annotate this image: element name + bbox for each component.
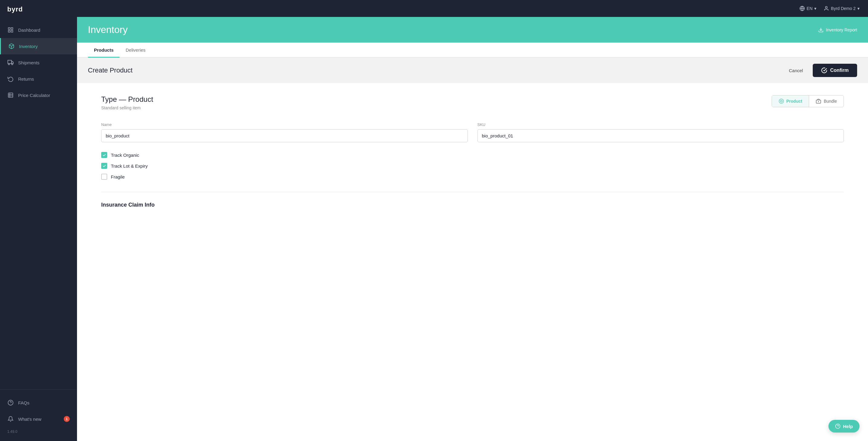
inventory-report-button[interactable]: Inventory Report [818,27,858,33]
sidebar-item-label: Price Calculator [18,93,50,98]
inventory-report-label: Inventory Report [826,28,858,32]
sidebar-logo: byrd [0,0,77,19]
type-toggle: Product Bundle [772,95,844,107]
checkboxes-section: Track Organic Track Lot & Expiry Fragile [101,152,844,180]
track-lot-expiry-checkbox-row[interactable]: Track Lot & Expiry [101,163,844,169]
type-label: Type — Product [101,95,153,104]
checkmark-icon [102,153,106,157]
sidebar-item-inventory[interactable]: Inventory [0,38,77,54]
sidebar-item-label: Returns [18,76,34,82]
box-icon [8,43,15,50]
sidebar-item-label: FAQs [18,400,30,405]
header-actions: Cancel Confirm [784,64,857,77]
type-bundle-label: Bundle [824,99,837,104]
sidebar-item-label: Shipments [18,60,39,65]
confirm-button[interactable]: Confirm [813,64,857,77]
sidebar: byrd Dashboard Inventory [0,0,77,441]
cancel-button[interactable]: Cancel [784,66,808,75]
tab-products[interactable]: Products [88,42,120,58]
insurance-section: Insurance Claim Info [101,192,844,208]
fragile-label: Fragile [111,174,125,180]
language-label: EN [807,6,812,11]
bell-icon [7,416,14,422]
sidebar-bottom: FAQs What's new 1 1.49.0 [0,389,77,441]
sidebar-item-faqs[interactable]: FAQs [0,395,77,411]
product-type-icon [779,98,784,104]
type-description: Standard selling item [101,105,153,110]
svg-point-17 [826,6,827,8]
truck-icon [7,59,14,66]
sidebar-nav: Dashboard Inventory Shipments [0,19,77,389]
create-product-header: Create Product Cancel Confirm [77,58,868,83]
help-label: Help [843,424,853,429]
fragile-checkbox[interactable] [101,174,107,180]
track-lot-expiry-label: Track Lot & Expiry [111,163,148,168]
page-header: Inventory Inventory Report [77,17,868,42]
name-input[interactable] [101,129,468,142]
svg-rect-2 [8,31,10,32]
check-circle-icon [821,67,827,73]
form-area: Type — Product Standard selling item Pro… [77,83,868,225]
sidebar-item-price-calculator[interactable]: Price Calculator [0,87,77,103]
type-product-label: Product [786,99,803,104]
fragile-checkbox-row[interactable]: Fragile [101,174,844,180]
sidebar-item-label: What's new [18,416,41,422]
type-bundle-button[interactable]: Bundle [809,95,843,107]
globe-icon [800,6,805,11]
svg-rect-1 [11,28,13,30]
svg-rect-0 [8,28,10,30]
help-icon [835,423,840,429]
create-product-title: Create Product [88,66,132,74]
help-button[interactable]: Help [829,420,860,433]
tab-deliveries[interactable]: Deliveries [120,42,152,58]
track-organic-label: Track Organic [111,153,139,158]
name-field-group: Name [101,122,468,142]
content-area: Products Deliveries Create Product Cance… [77,42,868,441]
sidebar-item-label: Dashboard [18,28,40,33]
language-chevron-icon: ▾ [814,6,816,11]
confirm-label: Confirm [830,68,849,73]
type-info: Type — Product Standard selling item [101,95,153,110]
tabs-bar: Products Deliveries [77,42,868,58]
sidebar-item-returns[interactable]: Returns [0,71,77,87]
user-icon [824,6,829,11]
table-icon [7,92,14,98]
main-content: EN ▾ Byrd Demo 2 ▾ Inventory Inventory R… [77,0,868,441]
svg-marker-6 [11,62,13,64]
track-organic-checkbox[interactable] [101,152,107,158]
bundle-type-icon [816,98,821,104]
sidebar-item-dashboard[interactable]: Dashboard [0,22,77,38]
track-organic-checkbox-row[interactable]: Track Organic [101,152,844,158]
form-fields-row: Name SKU [101,122,844,142]
user-name: Byrd Demo 2 [831,6,856,11]
svg-rect-3 [11,31,13,32]
checkmark-icon [102,164,106,168]
logo-text: byrd [7,5,23,13]
svg-rect-5 [8,60,11,64]
sidebar-item-whats-new[interactable]: What's new 1 [0,411,77,427]
svg-point-19 [779,99,783,104]
whats-new-badge: 1 [64,416,70,422]
svg-rect-9 [8,93,13,98]
language-selector[interactable]: EN ▾ [800,6,816,11]
user-menu[interactable]: Byrd Demo 2 ▾ [824,6,860,11]
sku-label: SKU [477,122,844,127]
user-chevron-icon: ▾ [858,6,860,11]
download-icon [818,27,824,33]
track-lot-expiry-checkbox[interactable] [101,163,107,169]
sidebar-item-shipments[interactable]: Shipments [0,54,77,71]
type-product-button[interactable]: Product [772,95,809,107]
type-row: Type — Product Standard selling item Pro… [101,95,844,110]
sku-input[interactable] [477,129,844,142]
grid-icon [7,27,14,33]
page-title: Inventory [88,24,128,35]
topbar: EN ▾ Byrd Demo 2 ▾ [77,0,868,17]
version-text: 1.49.0 [0,427,77,436]
svg-point-8 [11,63,13,65]
name-label: Name [101,122,468,127]
sku-field-group: SKU [477,122,844,142]
sidebar-item-label: Inventory [19,44,38,49]
insurance-title: Insurance Claim Info [101,202,844,208]
refresh-icon [7,75,14,82]
svg-point-7 [8,63,10,65]
